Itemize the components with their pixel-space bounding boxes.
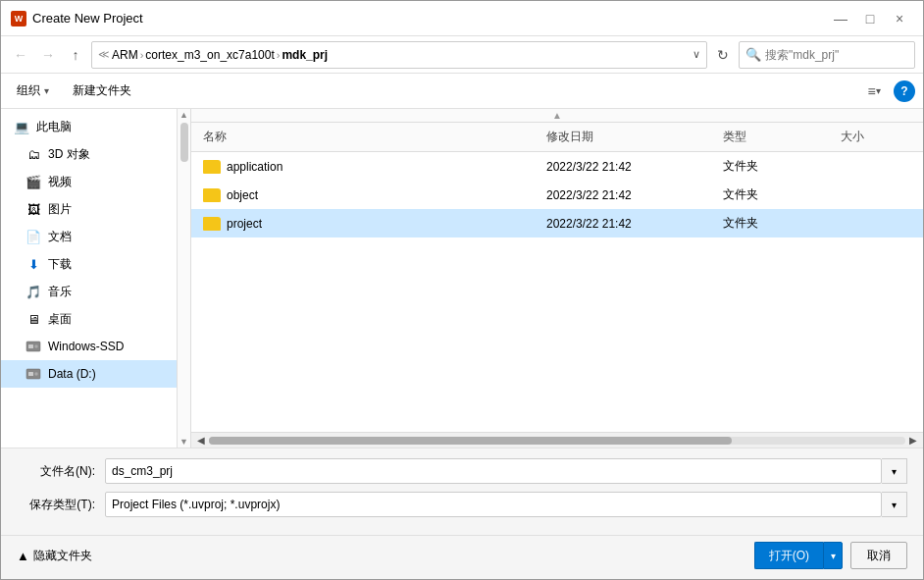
footer-buttons: 打开(O) ▾ 取消 (754, 542, 907, 569)
filetype-combo: Project Files (*.uvproj; *.uvprojx) ▾ (105, 492, 907, 517)
h-scroll-right-btn[interactable]: ▶ (905, 434, 921, 448)
sidebar-item-windows-ssd[interactable]: Windows-SSD (1, 333, 177, 360)
svg-rect-1 (28, 344, 33, 348)
file-row-project[interactable]: project 2022/3/22 21:42 文件夹 (191, 209, 923, 237)
file-date-application: 2022/3/22 21:42 (542, 158, 719, 176)
up-button[interactable]: ↑ (64, 43, 87, 67)
sidebar-item-downloads[interactable]: ⬇ 下载 (1, 250, 177, 278)
sidebar-label-pictures: 图片 (48, 201, 72, 218)
organize-chevron-icon: ▾ (44, 85, 49, 96)
column-header-size[interactable]: 大小 (837, 127, 915, 147)
sidebar-label-3d: 3D 对象 (48, 146, 90, 163)
file-date-object: 2022/3/22 21:42 (542, 186, 719, 204)
downloads-icon: ⬇ (25, 255, 42, 273)
h-scroll-track (209, 437, 905, 445)
breadcrumb-cortex: cortex_m3_on_xc7a100t (145, 48, 274, 62)
data-d-icon (25, 365, 42, 383)
horizontal-scrollbar[interactable]: ◀ ▶ (191, 432, 923, 448)
file-column-headers: 名称 修改日期 类型 大小 (191, 123, 923, 152)
file-date-project: 2022/3/22 21:42 (542, 215, 719, 233)
filetype-value: Project Files (*.uvproj; *.uvprojx) (112, 498, 280, 511)
filename-dropdown-icon: ▾ (892, 466, 897, 477)
filetype-row: 保存类型(T): Project Files (*.uvproj; *.uvpr… (17, 492, 907, 517)
column-header-type[interactable]: 类型 (719, 127, 837, 147)
help-button[interactable]: ? (894, 80, 915, 102)
sidebar-item-desktop[interactable]: 🖥 桌面 (1, 305, 177, 333)
maximize-button[interactable]: □ (856, 9, 884, 28)
organize-button[interactable]: 组织 ▾ (9, 79, 57, 102)
filename-row: 文件名(N): ▾ (17, 458, 907, 484)
filename-dropdown-btn[interactable]: ▾ (882, 458, 907, 484)
h-scroll-thumb[interactable] (209, 437, 732, 445)
sidebar-item-3d-objects[interactable]: 🗂 3D 对象 (1, 140, 177, 168)
hide-folder-icon: ▲ (17, 549, 29, 563)
sidebar-scrollbar[interactable]: ▲ ▼ (178, 109, 191, 448)
h-scroll-left-btn[interactable]: ◀ (193, 434, 209, 448)
cancel-button[interactable]: 取消 (850, 542, 907, 569)
filetype-select[interactable]: Project Files (*.uvproj; *.uvprojx) (105, 492, 882, 517)
windows-ssd-icon (25, 338, 42, 355)
view-chevron-icon: ▾ (876, 85, 881, 96)
scroll-up-icon[interactable]: ▲ (180, 111, 188, 119)
address-chevron-icon[interactable]: ∨ (693, 48, 700, 61)
file-row-application[interactable]: application 2022/3/22 21:42 文件夹 (191, 152, 923, 181)
search-input[interactable] (765, 48, 893, 62)
new-folder-label: 新建文件夹 (73, 82, 131, 99)
sidebar-item-data-d[interactable]: Data (D:) (1, 360, 177, 388)
svg-point-2 (34, 344, 38, 348)
forward-button[interactable]: → (36, 43, 60, 67)
file-area: ▲ 名称 修改日期 类型 大小 application 2022/3/22 21… (191, 109, 923, 448)
file-name-object: object (199, 186, 542, 204)
sidebar-label-music: 音乐 (48, 284, 72, 300)
open-button[interactable]: 打开(O) (754, 542, 823, 569)
file-type-object: 文件夹 (719, 185, 837, 205)
dialog-title: Create New Project (32, 11, 827, 26)
video-icon: 🎬 (25, 173, 42, 190)
sidebar-item-pictures[interactable]: 🖼 图片 (1, 195, 177, 223)
search-icon: 🔍 (745, 47, 761, 62)
breadcrumb-mdk: mdk_prj (282, 48, 328, 62)
sidebar-item-music[interactable]: 🎵 音乐 (1, 278, 177, 305)
folder-icon-object (203, 188, 221, 202)
filename-input[interactable] (105, 458, 882, 484)
view-button[interactable]: ≡ ▾ (860, 79, 888, 103)
minimize-button[interactable]: — (827, 9, 854, 28)
close-button[interactable]: × (886, 9, 913, 28)
toolbar: 组织 ▾ 新建文件夹 ≡ ▾ ? (1, 74, 923, 109)
file-type-project: 文件夹 (719, 213, 837, 234)
sidebar-item-this-pc[interactable]: 💻 此电脑 (1, 113, 177, 140)
address-bar[interactable]: ≪ ARM › cortex_m3_on_xc7a100t › mdk_prj … (91, 41, 707, 69)
open-dropdown-btn[interactable]: ▾ (823, 542, 843, 569)
sidebar-label-data-d: Data (D:) (48, 367, 96, 381)
file-name-project: project (199, 215, 542, 233)
folder-icon-project (203, 217, 221, 231)
music-icon: 🎵 (25, 283, 42, 300)
back-button[interactable]: ← (9, 43, 32, 67)
sidebar-item-documents[interactable]: 📄 文档 (1, 223, 177, 250)
hide-folder-button[interactable]: ▲ 隐藏文件夹 (17, 548, 92, 564)
view-icon: ≡ (867, 83, 875, 99)
sidebar-scroll-thumb[interactable] (180, 123, 188, 162)
sidebar-item-videos[interactable]: 🎬 视频 (1, 168, 177, 195)
sidebar: 💻 此电脑 🗂 3D 对象 🎬 视频 🖼 图片 📄 文档 ⬇ 下载 (1, 109, 178, 448)
file-name-application: application (199, 158, 542, 176)
breadcrumb: ≪ ARM › cortex_m3_on_xc7a100t › mdk_prj (98, 48, 689, 62)
file-size-project (837, 222, 915, 226)
sidebar-label-this-pc: 此电脑 (36, 119, 72, 135)
nav-bar: ← → ↑ ≪ ARM › cortex_m3_on_xc7a100t › md… (1, 36, 923, 74)
column-header-name[interactable]: 名称 (199, 127, 542, 147)
svg-point-5 (34, 372, 38, 376)
filetype-dropdown-btn[interactable]: ▾ (882, 492, 907, 517)
organize-label: 组织 (17, 82, 40, 99)
sidebar-label-videos: 视频 (48, 174, 72, 190)
folder-icon-application (203, 160, 221, 174)
scroll-indicator-top[interactable]: ▲ (191, 109, 923, 123)
desktop-icon: 🖥 (25, 310, 42, 328)
refresh-button[interactable]: ↻ (711, 43, 735, 67)
new-folder-button[interactable]: 新建文件夹 (65, 79, 139, 102)
pc-icon: 💻 (13, 118, 30, 135)
file-row-object[interactable]: object 2022/3/22 21:42 文件夹 (191, 181, 923, 209)
column-header-date[interactable]: 修改日期 (542, 127, 719, 147)
search-bar[interactable]: 🔍 (739, 41, 915, 69)
scroll-down-icon[interactable]: ▼ (180, 438, 188, 446)
